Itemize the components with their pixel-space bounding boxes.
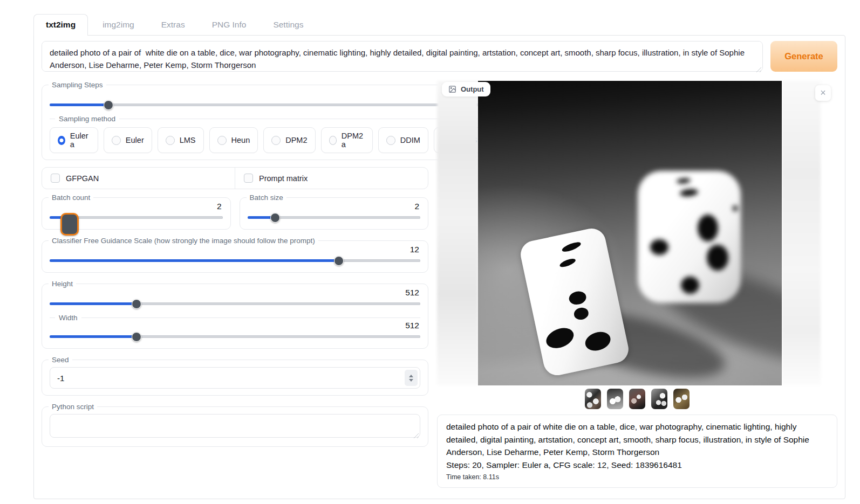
height-label: Height	[49, 280, 76, 288]
width-label: Width	[59, 314, 78, 322]
seed-group: Seed	[42, 356, 428, 396]
output-column: Output ×	[437, 81, 837, 488]
height-value: 512	[50, 288, 419, 297]
radio-ddim[interactable]: DDIM	[378, 127, 428, 153]
radio-icon	[58, 136, 65, 145]
txt2img-panel: detailed photo of a pair of white die on…	[33, 35, 845, 499]
output-thumbnail-1[interactable]	[585, 389, 601, 409]
slider-thumb[interactable]	[104, 100, 113, 110]
tab-txt2img[interactable]: txt2img	[33, 14, 88, 36]
close-icon[interactable]: ×	[815, 85, 831, 101]
sampling-method-label: Sampling method	[59, 115, 115, 123]
generate-button[interactable]: Generate	[770, 41, 837, 72]
radio-dpm2[interactable]: DPM2	[263, 127, 315, 153]
height-slider[interactable]	[50, 299, 420, 309]
batch-count-value: 2	[50, 202, 222, 211]
slider-thumb[interactable]	[334, 256, 344, 266]
sampling-method-options: Euler a Euler LMS Heun DPM2 DPM2 a DDIM …	[50, 127, 485, 153]
batch-size-label: Batch size	[247, 194, 286, 202]
output-caption: detailed photo of a pair of white die on…	[446, 420, 828, 459]
radio-lms[interactable]: LMS	[158, 127, 204, 153]
prompt-matrix-checkbox[interactable]: Prompt matrix	[235, 168, 428, 189]
checkbox-icon[interactable]	[51, 174, 60, 183]
radio-icon	[112, 136, 121, 145]
image-icon	[448, 85, 456, 93]
radio-icon	[271, 136, 281, 145]
tab-img2img[interactable]: img2img	[90, 14, 147, 35]
cfg-scale-slider[interactable]	[50, 256, 420, 266]
options-panel: GFPGAN Prompt matrix	[42, 167, 428, 189]
output-thumbnail-4[interactable]	[651, 389, 667, 409]
batch-size-value: 2	[248, 202, 420, 211]
stepper-up-icon[interactable]	[409, 375, 413, 377]
seed-stepper[interactable]	[405, 370, 418, 386]
cfg-scale-label: Classifier Free Guidance Scale (how stro…	[49, 237, 318, 245]
radio-euler[interactable]: Euler	[104, 127, 152, 153]
width-slider[interactable]	[50, 332, 420, 342]
slider-thumb[interactable]	[270, 213, 280, 223]
radio-dpm2-a[interactable]: DPM2 a	[321, 127, 373, 153]
slider-thumb[interactable]	[60, 213, 79, 236]
batch-count-label: Batch count	[49, 194, 93, 202]
prompt-row: detailed photo of a pair of white die on…	[42, 41, 837, 74]
seed-label: Seed	[49, 356, 72, 364]
radio-icon	[166, 136, 175, 145]
stable-diffusion-webui: txt2img img2img Extras PNG Info Settings…	[33, 14, 845, 499]
output-thumbnail-5[interactable]	[673, 389, 690, 409]
generation-info-panel: detailed photo of a pair of white die on…	[437, 415, 837, 488]
output-gallery	[437, 385, 837, 412]
sampling-steps-label: Sampling Steps	[49, 81, 106, 89]
die-right	[638, 171, 741, 303]
radio-heun[interactable]: Heun	[209, 127, 258, 153]
output-panel-tab: Output	[442, 82, 490, 96]
tab-extras[interactable]: Extras	[149, 14, 197, 35]
generated-image[interactable]	[478, 81, 782, 385]
cfg-scale-group: Classifier Free Guidance Scale (how stro…	[42, 237, 428, 273]
width-value: 512	[50, 321, 419, 330]
sampling-steps-value: 20	[50, 89, 484, 98]
die-left	[518, 226, 631, 378]
output-thumbnail-2[interactable]	[607, 389, 623, 409]
python-script-label: Python script	[49, 403, 97, 411]
radio-icon	[386, 136, 395, 145]
cfg-scale-value: 12	[50, 245, 419, 254]
batch-count-slider[interactable]	[50, 212, 223, 223]
sampling-group: Sampling Steps 20 Sampling method Euler …	[42, 81, 493, 160]
python-script-input[interactable]	[50, 414, 420, 438]
image-blur-band-right	[782, 81, 821, 385]
tab-settings[interactable]: Settings	[261, 14, 316, 35]
sampling-steps-slider[interactable]	[50, 100, 485, 110]
batch-size-group: Batch size 2	[240, 194, 429, 230]
tab-png-info[interactable]: PNG Info	[200, 14, 259, 35]
dimensions-group: Height 512 Width 512	[42, 280, 428, 349]
image-blur-band-left	[437, 81, 478, 385]
batch-size-slider[interactable]	[248, 212, 421, 223]
output-thumbnail-3[interactable]	[629, 389, 645, 409]
slider-thumb[interactable]	[132, 299, 141, 309]
time-taken: Time taken: 8.11s	[446, 473, 828, 481]
prompt-input[interactable]: detailed photo of a pair of white die on…	[42, 41, 763, 72]
settings-column: Sampling Steps 20 Sampling method Euler …	[42, 81, 428, 454]
top-tab-bar: txt2img img2img Extras PNG Info Settings	[33, 14, 845, 35]
checkbox-icon[interactable]	[244, 174, 253, 183]
slider-thumb[interactable]	[132, 332, 141, 342]
radio-euler-a[interactable]: Euler a	[50, 127, 98, 153]
python-script-group: Python script	[42, 403, 428, 447]
image-viewer: Output ×	[437, 81, 837, 385]
output-params: Steps: 20, Sampler: Euler a, CFG scale: …	[446, 459, 828, 472]
batch-count-group: Batch count 2	[42, 194, 231, 230]
radio-icon	[329, 136, 337, 145]
radio-icon	[217, 136, 227, 145]
stepper-down-icon[interactable]	[409, 379, 413, 382]
gfpgan-checkbox[interactable]: GFPGAN	[42, 168, 235, 189]
seed-input[interactable]	[50, 367, 420, 389]
